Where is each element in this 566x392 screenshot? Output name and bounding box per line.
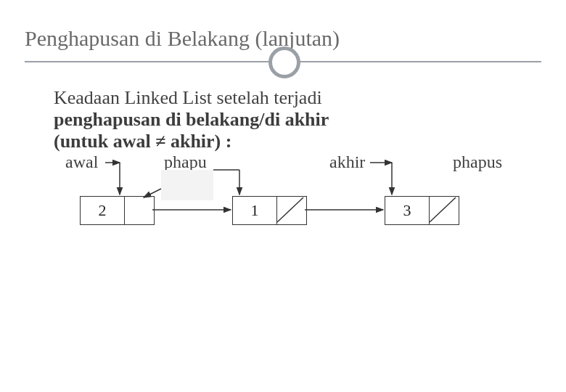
label-phapu: phapu: [164, 152, 207, 172]
node-3: 3: [385, 196, 459, 225]
subtitle-line1: Keadaan Linked List setelah terjadi: [54, 87, 329, 109]
phapu-background-box: [161, 170, 213, 200]
node-1-pointer: [125, 197, 154, 224]
subtitle-block: Keadaan Linked List setelah terjadi peng…: [54, 87, 329, 152]
node-2: 1: [232, 196, 307, 225]
subtitle-line3: (untuk awal ≠ akhir) :: [54, 131, 329, 152]
slide-title: Penghapusan di Belakang (lanjutan): [25, 26, 340, 51]
label-akhir: akhir: [329, 152, 365, 172]
node-2-pointer: [277, 197, 306, 224]
node-1: 2: [80, 196, 155, 225]
node-2-value: 1: [233, 197, 277, 224]
node-3-value: 3: [385, 197, 430, 224]
node-3-pointer: [430, 197, 459, 224]
subtitle-line2: penghapusan di belakang/di akhir: [54, 109, 329, 131]
label-awal: awal: [65, 152, 98, 172]
label-phapus: phapus: [453, 152, 502, 172]
title-circle-decoration: [268, 46, 300, 78]
node-1-value: 2: [81, 197, 125, 224]
